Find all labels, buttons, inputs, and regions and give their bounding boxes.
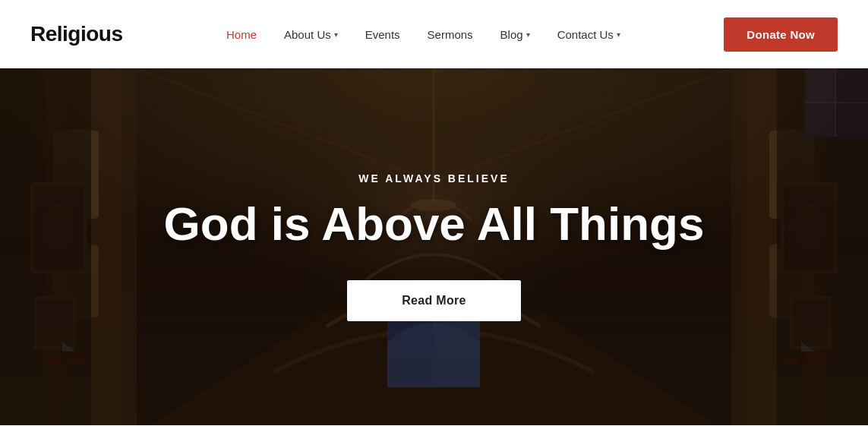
hero-subtitle: WE ALWAYS BELIEVE — [164, 172, 705, 185]
nav-label-blog: Blog — [500, 28, 523, 41]
nav-item-blog[interactable]: Blog ▾ — [500, 28, 530, 41]
nav-link-events[interactable]: Events — [365, 28, 400, 41]
chevron-down-icon: ▾ — [334, 30, 338, 39]
hero-section: WE ALWAYS BELIEVE God is Above All Thing… — [0, 68, 868, 425]
chevron-down-icon: ▾ — [526, 30, 530, 39]
nav-label-events: Events — [365, 28, 400, 41]
donate-button[interactable]: Donate Now — [724, 17, 838, 52]
nav-link-sermons[interactable]: Sermons — [428, 28, 473, 41]
nav-link-blog[interactable]: Blog ▾ — [500, 28, 530, 41]
hero-title: God is Above All Things — [164, 198, 705, 250]
navbar: Religious Home About Us ▾ Events Sermons — [0, 0, 868, 68]
nav-item-sermons[interactable]: Sermons — [428, 28, 473, 41]
nav-item-contact[interactable]: Contact Us ▾ — [557, 28, 620, 41]
nav-item-home[interactable]: Home — [226, 28, 257, 41]
read-more-button[interactable]: Read More — [347, 280, 521, 321]
nav-label-contact: Contact Us — [557, 28, 614, 41]
nav-link-contact[interactable]: Contact Us ▾ — [557, 28, 620, 41]
nav-link-about[interactable]: About Us ▾ — [284, 28, 338, 41]
nav-item-about[interactable]: About Us ▾ — [284, 28, 338, 41]
nav-label-about: About Us — [284, 28, 331, 41]
nav-item-events[interactable]: Events — [365, 28, 400, 41]
chevron-down-icon: ▾ — [617, 30, 620, 39]
nav-link-home[interactable]: Home — [226, 28, 257, 41]
nav-links: Home About Us ▾ Events Sermons Blog ▾ — [226, 28, 620, 41]
brand-logo[interactable]: Religious — [30, 22, 123, 46]
hero-content: WE ALWAYS BELIEVE God is Above All Thing… — [149, 172, 720, 321]
nav-label-sermons: Sermons — [428, 28, 473, 41]
nav-label-home: Home — [226, 28, 257, 41]
